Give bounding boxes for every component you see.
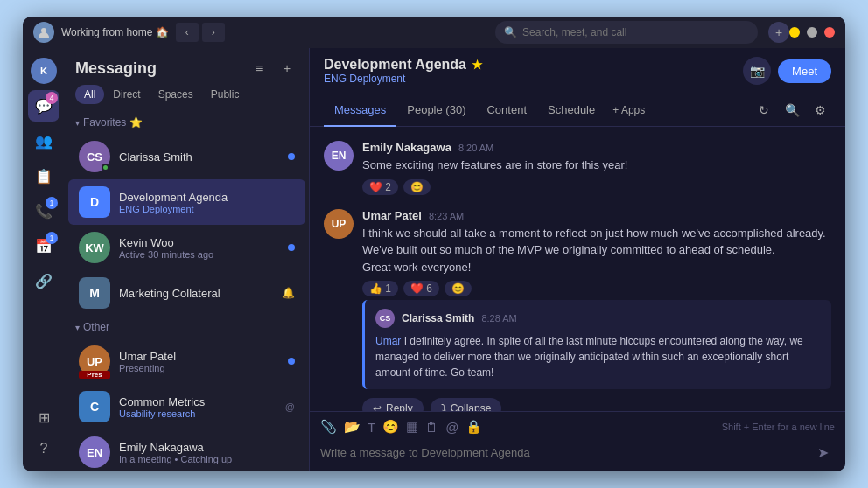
tab-content[interactable]: Content (476, 94, 537, 127)
tab-messages[interactable]: Messages (324, 94, 396, 127)
collapse-button[interactable]: ⤵ Collapse (430, 398, 502, 411)
favorites-section-header[interactable]: ▾ Favorites ⭐ (65, 111, 309, 134)
sidebar-item-help[interactable]: ? (28, 433, 60, 464)
sidebar-item-apps[interactable]: ⊞ (28, 401, 60, 433)
marketing-name: Marketing Collateral (119, 287, 273, 300)
filter-tabs: All Direct Spaces Public (65, 85, 309, 111)
lock-icon[interactable]: 🔒 (466, 419, 482, 435)
other-section-header[interactable]: ▾ Other (65, 316, 309, 338)
list-item[interactable]: D Development Agenda ENG Deployment (68, 179, 305, 225)
emily-msg-text: Some exciting new features are in store … (362, 157, 831, 174)
filter-tab-public[interactable]: Public (202, 85, 248, 104)
collapse-icon: ⤵ (441, 402, 446, 411)
search-icon: 🔍 (504, 26, 517, 38)
emily-avatar-wrapper: EN (79, 436, 110, 468)
reaction-thumbs[interactable]: 👍 1 (362, 281, 398, 296)
tab-add-apps[interactable]: + Apps (606, 95, 652, 125)
video-button[interactable]: 📷 (743, 57, 771, 85)
umar-msg-time: 8:23 AM (429, 211, 464, 221)
chevron-down-icon: ▾ (75, 118, 80, 128)
message-input-area: 📎 📂 T 😊 ▦ 🗒 @ 🔒 Shift + Enter for a new … (310, 411, 845, 471)
settings-icon[interactable]: ⚙ (808, 99, 831, 122)
quoted-message: CS Clarissa Smith 8:28 AM Umar I definit… (362, 300, 831, 389)
title-bar-nav: ‹ › (176, 23, 225, 42)
reaction-heart[interactable]: ❤️ 2 (362, 179, 398, 195)
search-bar[interactable]: 🔍 (495, 21, 758, 44)
clarissa-quoted-name: Clarissa Smith (402, 312, 474, 324)
add-button[interactable]: + (768, 22, 789, 43)
gif-icon[interactable]: ▦ (406, 419, 418, 435)
new-chat-button[interactable]: + (276, 57, 298, 80)
message: UP Umar Patel 8:23 AM I think we should … (324, 209, 831, 412)
filter-tab-all[interactable]: All (75, 85, 104, 104)
reply-icon: ↩ (373, 402, 382, 411)
sidebar-item-people[interactable]: 👥 (28, 125, 60, 157)
reply-button[interactable]: ↩ Reply (362, 398, 424, 411)
conversations-list: ▾ Favorites ⭐ CS Clarissa Smith D (65, 111, 309, 471)
clarissa-info: Clarissa Smith (119, 150, 279, 164)
list-item[interactable]: CS Clarissa Smith (68, 134, 305, 179)
sidebar-item-network[interactable]: 🔗 (28, 265, 60, 296)
nav-forward-button[interactable]: › (202, 23, 225, 42)
reaction-smile[interactable]: 😊 (403, 179, 430, 195)
clarissa-avatar: CS (79, 141, 110, 172)
collapse-label: Collapse (451, 402, 492, 411)
meet-button[interactable]: Meet (778, 59, 831, 83)
sidebar-item-work[interactable]: 📋 (28, 160, 60, 192)
folder-icon[interactable]: 📂 (344, 419, 360, 435)
filter-tab-spaces[interactable]: Spaces (150, 85, 202, 104)
filter-button[interactable]: ≡ (248, 57, 270, 80)
left-panel: Messaging ≡ + All Direct Spaces Public ▾… (65, 48, 310, 471)
minimize-button[interactable] (789, 27, 800, 38)
emoji-icon[interactable]: 😊 (382, 419, 399, 435)
reaction-smile2[interactable]: 😊 (444, 281, 472, 296)
tab-people[interactable]: People (30) (396, 94, 476, 127)
sticker-icon[interactable]: 🗒 (425, 420, 438, 435)
chat-title: Development Agenda ★ (324, 57, 483, 73)
chat-badge: 4 (46, 92, 58, 104)
sidebar-item-calendar[interactable]: 📅 1 (28, 230, 60, 261)
sidebar-avatar[interactable]: K (28, 55, 60, 87)
other-label: Other (83, 321, 109, 333)
left-panel-title: Messaging (75, 59, 157, 78)
tab-schedule[interactable]: Schedule (537, 94, 606, 127)
reply-label: Reply (386, 402, 413, 411)
reaction-heart2[interactable]: ❤️ 6 (403, 281, 439, 296)
sidebar-item-chat[interactable]: 💬 4 (28, 90, 60, 122)
list-item[interactable]: M Marketing Collateral 🔔 (68, 270, 305, 316)
send-button[interactable]: ➤ (810, 440, 835, 464)
message-actions: ↩ Reply ⤵ Collapse (362, 398, 831, 411)
unread-indicator (288, 153, 295, 160)
input-row: ➤ (320, 440, 835, 464)
plus-icon: + (775, 25, 782, 39)
sidebar-bottom: ⊞ ? (28, 401, 60, 464)
search-input[interactable] (522, 26, 749, 38)
clarissa-name: Clarissa Smith (119, 150, 279, 164)
quoted-header: CS Clarissa Smith 8:28 AM (375, 309, 821, 328)
chat-tabs: Messages People (30) Content Schedule + … (310, 94, 845, 127)
umar-name: Umar Patel (119, 350, 279, 363)
maximize-button[interactable] (807, 27, 817, 38)
emily-msg-header: Emily Nakagawa 8:20 AM (362, 141, 831, 154)
clarissa-quoted-time: 8:28 AM (481, 313, 516, 324)
calls-badge: 1 (46, 197, 58, 209)
emily-info: Emily Nakagawa In a meeting • Catching u… (119, 441, 295, 464)
list-item[interactable]: KW Kevin Woo Active 30 minutes ago (68, 225, 305, 270)
close-button[interactable] (824, 27, 835, 38)
list-item[interactable]: UP Pres Umar Patel Presenting (68, 338, 305, 384)
left-panel-header: Messaging ≡ + (65, 48, 309, 85)
list-item[interactable]: EN Emily Nakagawa In a meeting • Catchin… (68, 429, 305, 471)
search-chat-icon[interactable]: 🔍 (780, 99, 803, 122)
messages-area: EN Emily Nakagawa 8:20 AM Some exciting … (310, 127, 845, 411)
message-input[interactable] (320, 446, 803, 459)
text-format-icon[interactable]: T (368, 420, 375, 435)
sidebar-item-calls[interactable]: 📞 1 (28, 195, 60, 227)
filter-tab-direct[interactable]: Direct (104, 85, 149, 104)
list-item[interactable]: C Common Metrics Usability research @ (68, 384, 305, 429)
dev-agenda-avatar: D (79, 186, 110, 218)
refresh-icon[interactable]: ↻ (752, 99, 775, 122)
nav-back-button[interactable]: ‹ (176, 23, 199, 42)
mention-icon[interactable]: @ (445, 420, 458, 435)
attach-icon[interactable]: 📎 (320, 419, 337, 435)
common-metrics-info: Common Metrics Usability research (119, 395, 276, 419)
